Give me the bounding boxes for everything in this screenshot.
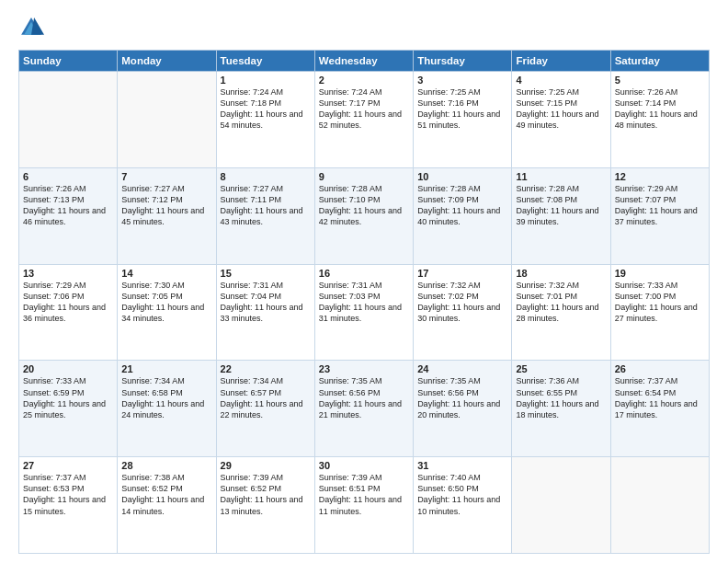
day-info: Sunrise: 7:39 AMSunset: 6:51 PMDaylight:… <box>319 472 409 517</box>
day-cell: 15Sunrise: 7:31 AMSunset: 7:04 PMDayligh… <box>216 264 314 361</box>
day-number: 12 <box>615 171 705 182</box>
day-cell: 2Sunrise: 7:24 AMSunset: 7:17 PMDaylight… <box>314 72 413 168</box>
day-number: 24 <box>417 363 507 374</box>
day-cell: 11Sunrise: 7:28 AMSunset: 7:08 PMDayligh… <box>512 167 610 264</box>
day-cell: 27Sunrise: 7:37 AMSunset: 6:53 PMDayligh… <box>19 457 118 554</box>
day-info: Sunrise: 7:25 AMSunset: 7:16 PMDaylight:… <box>417 86 507 132</box>
day-header-monday: Monday <box>118 51 216 72</box>
day-info: Sunrise: 7:26 AMSunset: 7:14 PMDaylight:… <box>615 86 705 132</box>
day-number: 13 <box>23 268 113 279</box>
day-cell: 24Sunrise: 7:35 AMSunset: 6:56 PMDayligh… <box>414 361 512 457</box>
day-cell <box>118 72 216 168</box>
day-number: 18 <box>516 268 606 279</box>
day-cell: 7Sunrise: 7:27 AMSunset: 7:12 PMDaylight… <box>118 167 216 264</box>
day-cell: 28Sunrise: 7:38 AMSunset: 6:52 PMDayligh… <box>118 457 216 554</box>
day-info: Sunrise: 7:28 AMSunset: 7:08 PMDaylight:… <box>516 183 606 228</box>
header-row: SundayMondayTuesdayWednesdayThursdayFrid… <box>19 51 710 72</box>
day-cell: 13Sunrise: 7:29 AMSunset: 7:06 PMDayligh… <box>19 264 118 361</box>
day-header-saturday: Saturday <box>610 51 709 72</box>
day-number: 31 <box>417 460 507 471</box>
day-number: 27 <box>23 460 113 471</box>
day-cell: 18Sunrise: 7:32 AMSunset: 7:01 PMDayligh… <box>512 264 610 361</box>
day-cell: 12Sunrise: 7:29 AMSunset: 7:07 PMDayligh… <box>610 167 709 264</box>
day-info: Sunrise: 7:36 AMSunset: 6:55 PMDaylight:… <box>516 375 606 420</box>
day-cell: 25Sunrise: 7:36 AMSunset: 6:55 PMDayligh… <box>512 361 610 457</box>
day-number: 16 <box>319 268 409 279</box>
week-row-2: 6Sunrise: 7:26 AMSunset: 7:13 PMDaylight… <box>19 167 710 264</box>
day-info: Sunrise: 7:35 AMSunset: 6:56 PMDaylight:… <box>417 375 507 420</box>
day-cell: 30Sunrise: 7:39 AMSunset: 6:51 PMDayligh… <box>314 457 413 554</box>
day-info: Sunrise: 7:37 AMSunset: 6:53 PMDaylight:… <box>23 472 113 517</box>
day-cell: 8Sunrise: 7:27 AMSunset: 7:11 PMDaylight… <box>216 167 314 264</box>
day-info: Sunrise: 7:27 AMSunset: 7:12 PMDaylight:… <box>121 183 211 228</box>
page: SundayMondayTuesdayWednesdayThursdayFrid… <box>0 0 728 563</box>
day-number: 21 <box>121 363 211 374</box>
day-header-wednesday: Wednesday <box>314 51 413 72</box>
day-info: Sunrise: 7:33 AMSunset: 6:59 PMDaylight:… <box>23 375 113 420</box>
day-header-tuesday: Tuesday <box>216 51 314 72</box>
week-row-4: 20Sunrise: 7:33 AMSunset: 6:59 PMDayligh… <box>19 361 710 457</box>
day-cell: 5Sunrise: 7:26 AMSunset: 7:14 PMDaylight… <box>610 72 709 168</box>
day-number: 3 <box>417 75 507 86</box>
day-number: 6 <box>23 171 113 182</box>
day-number: 23 <box>319 363 409 374</box>
day-cell: 20Sunrise: 7:33 AMSunset: 6:59 PMDayligh… <box>19 361 118 457</box>
day-number: 14 <box>121 268 211 279</box>
day-info: Sunrise: 7:27 AMSunset: 7:11 PMDaylight:… <box>221 183 311 228</box>
day-cell: 6Sunrise: 7:26 AMSunset: 7:13 PMDaylight… <box>19 167 118 264</box>
day-info: Sunrise: 7:31 AMSunset: 7:04 PMDaylight:… <box>221 280 311 325</box>
week-row-3: 13Sunrise: 7:29 AMSunset: 7:06 PMDayligh… <box>19 264 710 361</box>
day-info: Sunrise: 7:32 AMSunset: 7:02 PMDaylight:… <box>417 280 507 325</box>
week-row-5: 27Sunrise: 7:37 AMSunset: 6:53 PMDayligh… <box>19 457 710 554</box>
day-cell: 21Sunrise: 7:34 AMSunset: 6:58 PMDayligh… <box>118 361 216 457</box>
day-info: Sunrise: 7:28 AMSunset: 7:09 PMDaylight:… <box>417 183 507 228</box>
day-info: Sunrise: 7:29 AMSunset: 7:06 PMDaylight:… <box>23 280 113 325</box>
day-header-friday: Friday <box>512 51 610 72</box>
day-number: 30 <box>319 460 409 471</box>
day-cell: 1Sunrise: 7:24 AMSunset: 7:18 PMDaylight… <box>216 72 314 168</box>
day-cell: 31Sunrise: 7:40 AMSunset: 6:50 PMDayligh… <box>414 457 512 554</box>
day-number: 26 <box>615 363 705 374</box>
day-number: 2 <box>319 75 409 86</box>
header <box>18 15 710 40</box>
day-info: Sunrise: 7:39 AMSunset: 6:52 PMDaylight:… <box>221 472 311 517</box>
day-number: 8 <box>221 171 311 182</box>
day-header-thursday: Thursday <box>414 51 512 72</box>
day-info: Sunrise: 7:34 AMSunset: 6:57 PMDaylight:… <box>221 375 311 420</box>
day-header-sunday: Sunday <box>19 51 118 72</box>
day-cell: 19Sunrise: 7:33 AMSunset: 7:00 PMDayligh… <box>610 264 709 361</box>
day-number: 28 <box>121 460 211 471</box>
day-number: 9 <box>319 171 409 182</box>
day-info: Sunrise: 7:37 AMSunset: 6:54 PMDaylight:… <box>615 375 705 420</box>
day-info: Sunrise: 7:34 AMSunset: 6:58 PMDaylight:… <box>121 375 211 420</box>
svg-marker-2 <box>31 17 44 35</box>
day-info: Sunrise: 7:33 AMSunset: 7:00 PMDaylight:… <box>615 280 705 325</box>
day-cell: 10Sunrise: 7:28 AMSunset: 7:09 PMDayligh… <box>414 167 512 264</box>
day-info: Sunrise: 7:28 AMSunset: 7:10 PMDaylight:… <box>319 183 409 228</box>
day-info: Sunrise: 7:24 AMSunset: 7:18 PMDaylight:… <box>221 86 311 132</box>
day-cell: 3Sunrise: 7:25 AMSunset: 7:16 PMDaylight… <box>414 72 512 168</box>
day-info: Sunrise: 7:25 AMSunset: 7:15 PMDaylight:… <box>516 86 606 132</box>
day-info: Sunrise: 7:38 AMSunset: 6:52 PMDaylight:… <box>121 472 211 517</box>
day-cell: 29Sunrise: 7:39 AMSunset: 6:52 PMDayligh… <box>216 457 314 554</box>
calendar: SundayMondayTuesdayWednesdayThursdayFrid… <box>18 50 710 554</box>
day-cell <box>610 457 709 554</box>
day-info: Sunrise: 7:30 AMSunset: 7:05 PMDaylight:… <box>121 280 211 325</box>
logo <box>18 15 48 40</box>
day-number: 1 <box>221 75 311 86</box>
day-info: Sunrise: 7:32 AMSunset: 7:01 PMDaylight:… <box>516 280 606 325</box>
week-row-1: 1Sunrise: 7:24 AMSunset: 7:18 PMDaylight… <box>19 72 710 168</box>
day-number: 29 <box>221 460 311 471</box>
day-cell: 23Sunrise: 7:35 AMSunset: 6:56 PMDayligh… <box>314 361 413 457</box>
day-number: 5 <box>615 75 705 86</box>
day-cell: 22Sunrise: 7:34 AMSunset: 6:57 PMDayligh… <box>216 361 314 457</box>
day-cell: 9Sunrise: 7:28 AMSunset: 7:10 PMDaylight… <box>314 167 413 264</box>
day-cell <box>512 457 610 554</box>
day-cell: 14Sunrise: 7:30 AMSunset: 7:05 PMDayligh… <box>118 264 216 361</box>
day-cell: 26Sunrise: 7:37 AMSunset: 6:54 PMDayligh… <box>610 361 709 457</box>
day-number: 22 <box>221 363 311 374</box>
day-info: Sunrise: 7:31 AMSunset: 7:03 PMDaylight:… <box>319 280 409 325</box>
logo-icon <box>18 15 44 40</box>
day-info: Sunrise: 7:35 AMSunset: 6:56 PMDaylight:… <box>319 375 409 420</box>
day-info: Sunrise: 7:24 AMSunset: 7:17 PMDaylight:… <box>319 86 409 132</box>
